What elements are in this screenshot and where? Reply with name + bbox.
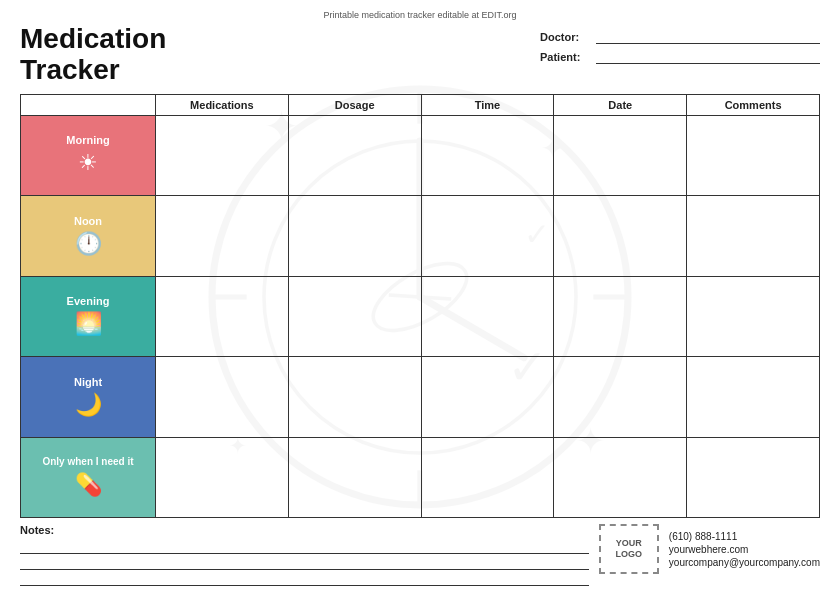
noon-dosage[interactable] [289,196,422,275]
night-comments[interactable] [687,357,820,436]
noon-label: Noon [74,215,102,227]
sunset-icon: 🌅 [75,311,102,337]
col-header-medications: Medications [156,95,289,115]
notes-section: Notes: [20,524,589,586]
only-when-time[interactable] [422,438,555,517]
noon-time[interactable] [422,196,555,275]
only-when-date[interactable] [554,438,687,517]
moon-icon: 🌙 [75,392,102,418]
table-row-evening: Evening 🌅 [21,277,820,357]
col-header-time: Time [422,95,555,115]
doctor-underline [596,30,820,44]
time-cell-evening: Evening 🌅 [21,277,156,356]
top-bar: Printable medication tracker editable at… [20,10,820,20]
patient-label: Patient: [540,51,590,63]
doctor-patient: Doctor: Patient: [540,24,820,64]
time-cell-only-when: Only when I need it 💊 [21,438,156,517]
morning-label: Morning [66,134,109,146]
col-header-empty [21,95,156,115]
clock-icon: 🕛 [75,231,102,257]
pill-icon: 💊 [75,472,102,498]
evening-comments[interactable] [687,277,820,356]
evening-date[interactable] [554,277,687,356]
sun-icon: ☀ [78,150,98,176]
email: yourcompany@yourcompany.com [669,557,820,568]
main-title: MedicationTracker [20,24,166,86]
col-header-comments: Comments [687,95,820,115]
night-date[interactable] [554,357,687,436]
col-header-dosage: Dosage [289,95,422,115]
phone-number: (610) 888-1111 [669,531,820,542]
evening-medications[interactable] [156,277,289,356]
time-cell-noon: Noon 🕛 [21,196,156,275]
morning-comments[interactable] [687,116,820,195]
notes-line-2 [20,558,589,570]
morning-date[interactable] [554,116,687,195]
patient-line: Patient: [540,50,820,64]
evening-dosage[interactable] [289,277,422,356]
only-when-medications[interactable] [156,438,289,517]
logo-box: YOUR LOGO [599,524,659,574]
table-row-morning: Morning ☀ [21,116,820,196]
night-medications[interactable] [156,357,289,436]
night-label: Night [74,376,102,388]
morning-time[interactable] [422,116,555,195]
footer-right: YOUR LOGO (610) 888-1111 yourwebhere.com… [599,524,820,574]
table-row-only-when: Only when I need it 💊 [21,438,820,518]
website: yourwebhere.com [669,544,820,555]
time-cell-night: Night 🌙 [21,357,156,436]
only-when-dosage[interactable] [289,438,422,517]
morning-dosage[interactable] [289,116,422,195]
morning-medications[interactable] [156,116,289,195]
tracker-table: Medications Dosage Time Date Comments Mo… [20,94,820,518]
only-when-comments[interactable] [687,438,820,517]
doctor-line: Doctor: [540,30,820,44]
logo-line2: LOGO [616,549,643,560]
doctor-label: Doctor: [540,31,590,43]
only-when-label: Only when I need it [42,456,133,468]
evening-label: Evening [67,295,110,307]
night-time[interactable] [422,357,555,436]
table-body: Morning ☀ Noon 🕛 [21,116,820,518]
notes-line-1 [20,542,589,554]
page: Printable medication tracker editable at… [0,0,840,594]
col-header-date: Date [554,95,687,115]
table-header-row: Medications Dosage Time Date Comments [21,95,820,116]
night-dosage[interactable] [289,357,422,436]
table-row-noon: Noon 🕛 [21,196,820,276]
noon-date[interactable] [554,196,687,275]
title-block: MedicationTracker [20,24,166,86]
table-row-night: Night 🌙 [21,357,820,437]
evening-time[interactable] [422,277,555,356]
logo-line1: YOUR [616,538,642,549]
patient-underline [596,50,820,64]
header-row: MedicationTracker Doctor: Patient: [20,24,820,86]
noon-medications[interactable] [156,196,289,275]
notes-label: Notes: [20,524,589,536]
notes-line-3 [20,574,589,586]
footer: Notes: YOUR LOGO (610) 888-1111 yourwebh… [20,518,820,586]
time-cell-morning: Morning ☀ [21,116,156,195]
contact-info: (610) 888-1111 yourwebhere.com yourcompa… [669,531,820,568]
noon-comments[interactable] [687,196,820,275]
